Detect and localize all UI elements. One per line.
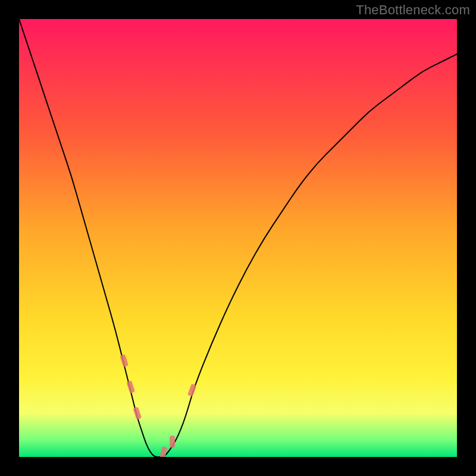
gradient-background bbox=[19, 19, 457, 457]
chart-svg bbox=[19, 19, 457, 457]
tick-mark bbox=[170, 436, 175, 447]
watermark: TheBottleneck.com bbox=[356, 2, 470, 18]
chart-frame: TheBottleneck.com bbox=[0, 0, 476, 476]
plot-area bbox=[19, 19, 457, 457]
